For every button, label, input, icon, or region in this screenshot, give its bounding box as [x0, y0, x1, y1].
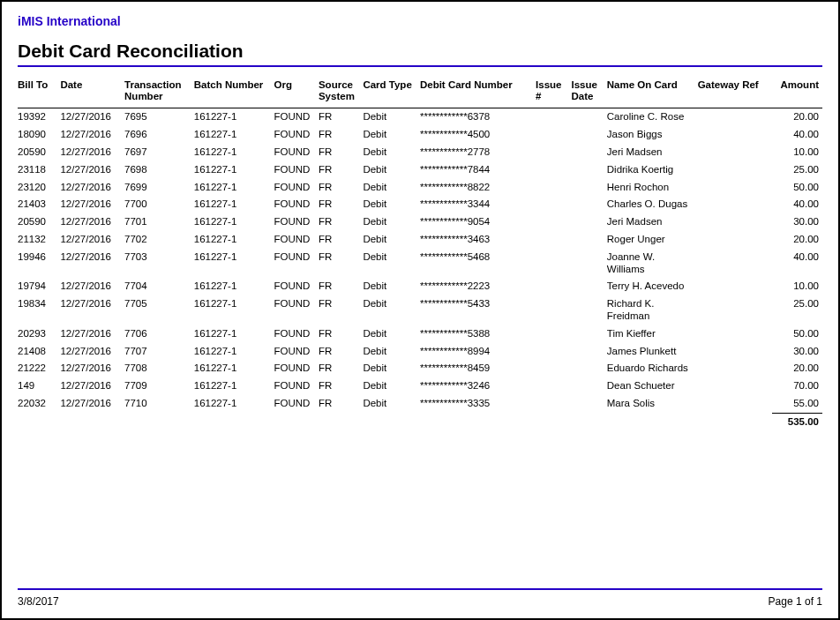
- table-row: 2203212/27/20167710161227-1FOUNDFRDebit*…: [18, 395, 822, 413]
- cell-debit-card-number: ************5388: [420, 325, 536, 343]
- cell-debit-card-number: ************3344: [420, 196, 536, 213]
- cell-name-on-card: Henri Rochon: [607, 179, 698, 197]
- cell-gateway-ref: [698, 144, 773, 161]
- cell-gateway-ref: [698, 377, 773, 395]
- cell-issue-num: [536, 213, 571, 231]
- cell-org: FOUND: [274, 343, 319, 361]
- cell-name-on-card: Terry H. Acevedo: [607, 278, 698, 295]
- cell-gateway-ref: [698, 343, 773, 361]
- cell-org: FOUND: [274, 249, 319, 279]
- cell-bill-to: 18090: [18, 126, 60, 144]
- cell-amount: 25.00: [772, 161, 822, 179]
- cell-card-type: Debit: [363, 196, 420, 213]
- cell-name-on-card: Tim Kieffer: [607, 325, 698, 343]
- cell-name-on-card: Mara Solis: [607, 395, 698, 413]
- cell-bill-to: 19834: [18, 295, 60, 325]
- cell-batch-number: 161227-1: [194, 213, 274, 231]
- cell-source-system: FR: [319, 395, 363, 413]
- footer-rule: [18, 588, 822, 590]
- cell-date: 12/27/2016: [60, 161, 124, 179]
- cell-name-on-card: Jeri Madsen: [607, 213, 698, 231]
- cell-issue-num: [536, 278, 571, 295]
- cell-bill-to: 21222: [18, 360, 60, 377]
- table-row: 2312012/27/20167699161227-1FOUNDFRDebit*…: [18, 179, 822, 197]
- cell-source-system: FR: [319, 161, 363, 179]
- cell-org: FOUND: [274, 179, 319, 197]
- cell-source-system: FR: [319, 179, 363, 197]
- cell-issue-date: [571, 213, 606, 231]
- table-row: 2059012/27/20167701161227-1FOUNDFRDebit*…: [18, 213, 822, 231]
- cell-issue-date: [571, 295, 606, 325]
- cell-source-system: FR: [319, 295, 363, 325]
- cell-amount: 10.00: [772, 278, 822, 295]
- cell-batch-number: 161227-1: [194, 395, 274, 413]
- cell-gateway-ref: [698, 161, 773, 179]
- cell-issue-date: [571, 249, 606, 279]
- cell-source-system: FR: [319, 343, 363, 361]
- cell-batch-number: 161227-1: [194, 161, 274, 179]
- cell-issue-date: [571, 108, 606, 126]
- cell-amount: 20.00: [772, 360, 822, 377]
- cell-bill-to: 20293: [18, 325, 60, 343]
- table-row: 14912/27/20167709161227-1FOUNDFRDebit***…: [18, 377, 822, 395]
- cell-txn-number: 7696: [124, 126, 194, 144]
- cell-bill-to: 23120: [18, 179, 60, 197]
- cell-batch-number: 161227-1: [194, 343, 274, 361]
- cell-amount: 50.00: [772, 325, 822, 343]
- cell-card-type: Debit: [363, 377, 420, 395]
- cell-txn-number: 7704: [124, 278, 194, 295]
- cell-name-on-card: Joanne W. Williams: [607, 249, 698, 279]
- cell-txn-number: 7707: [124, 343, 194, 361]
- cell-org: FOUND: [274, 231, 319, 249]
- cell-date: 12/27/2016: [60, 179, 124, 197]
- cell-card-type: Debit: [363, 395, 420, 413]
- cell-txn-number: 7703: [124, 249, 194, 279]
- cell-source-system: FR: [319, 278, 363, 295]
- cell-card-type: Debit: [363, 360, 420, 377]
- cell-debit-card-number: ************6378: [420, 108, 536, 126]
- cell-txn-number: 7710: [124, 395, 194, 413]
- report-footer: 3/8/2017 Page 1 of 1: [18, 588, 822, 608]
- cell-batch-number: 161227-1: [194, 249, 274, 279]
- report-title: Debit Card Reconciliation: [18, 41, 822, 62]
- cell-date: 12/27/2016: [60, 360, 124, 377]
- cell-amount: 40.00: [772, 126, 822, 144]
- cell-debit-card-number: ************2223: [420, 278, 536, 295]
- cell-debit-card-number: ************2778: [420, 144, 536, 161]
- cell-org: FOUND: [274, 395, 319, 413]
- cell-txn-number: 7700: [124, 196, 194, 213]
- cell-issue-num: [536, 144, 571, 161]
- cell-batch-number: 161227-1: [194, 196, 274, 213]
- cell-card-type: Debit: [363, 108, 420, 126]
- footer-page: Page 1 of 1: [769, 595, 822, 608]
- cell-source-system: FR: [319, 377, 363, 395]
- cell-card-type: Debit: [363, 213, 420, 231]
- cell-date: 12/27/2016: [60, 325, 124, 343]
- report-page: iMIS International Debit Card Reconcilia…: [0, 0, 840, 620]
- cell-name-on-card: Charles O. Dugas: [607, 196, 698, 213]
- cell-bill-to: 19794: [18, 278, 60, 295]
- cell-gateway-ref: [698, 360, 773, 377]
- cell-amount: 55.00: [772, 395, 822, 413]
- cell-org: FOUND: [274, 360, 319, 377]
- cell-issue-num: [536, 360, 571, 377]
- title-rule: [18, 65, 822, 67]
- cell-org: FOUND: [274, 213, 319, 231]
- cell-amount: 50.00: [772, 179, 822, 197]
- report-table: Bill To Date Transaction Number Batch Nu…: [18, 76, 822, 431]
- col-issue-date: Issue Date: [571, 76, 606, 108]
- cell-txn-number: 7698: [124, 161, 194, 179]
- cell-gateway-ref: [698, 196, 773, 213]
- cell-issue-num: [536, 196, 571, 213]
- cell-issue-num: [536, 249, 571, 279]
- cell-amount: 10.00: [772, 144, 822, 161]
- cell-source-system: FR: [319, 144, 363, 161]
- col-name-on-card: Name On Card: [607, 76, 698, 108]
- cell-date: 12/27/2016: [60, 144, 124, 161]
- col-txn-number: Transaction Number: [124, 76, 194, 108]
- cell-gateway-ref: [698, 249, 773, 279]
- cell-source-system: FR: [319, 126, 363, 144]
- cell-issue-num: [536, 295, 571, 325]
- cell-issue-date: [571, 377, 606, 395]
- cell-amount: 30.00: [772, 213, 822, 231]
